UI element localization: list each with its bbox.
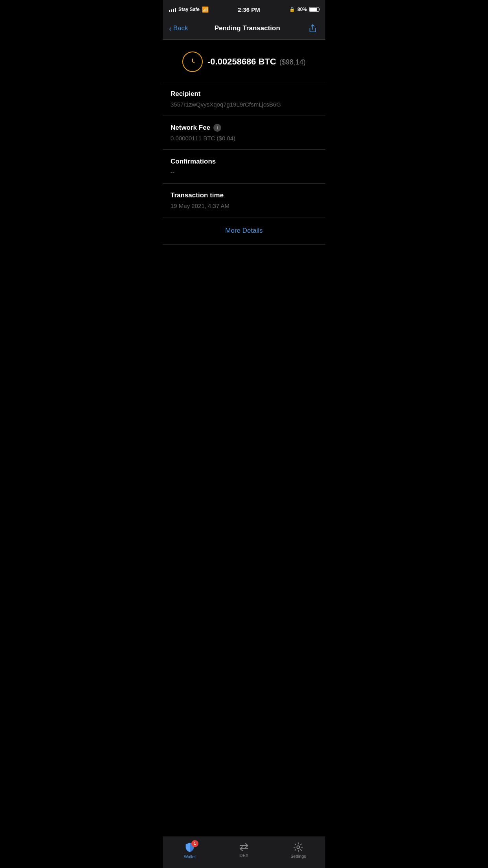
transaction-time-value: 19 May 2021, 4:37 AM [171, 202, 317, 209]
page-title: Pending Transaction [215, 24, 280, 32]
battery-icon [309, 7, 319, 12]
signal-bar-4 [175, 8, 176, 12]
signal-bar-2 [171, 9, 172, 12]
share-icon [308, 24, 317, 33]
signal-bar-1 [169, 10, 170, 12]
battery-container [309, 7, 319, 12]
transaction-amount: -0.00258686 BTC ($98.14) [207, 57, 306, 67]
amount-usd: ($98.14) [279, 58, 306, 66]
svg-line-3 [193, 62, 194, 63]
network-fee-label: Network Fee i [171, 124, 317, 132]
signal-bar-3 [173, 9, 174, 12]
confirmations-label: Confirmations [171, 158, 317, 166]
pending-clock-icon [182, 51, 203, 72]
more-details-link[interactable]: More Details [225, 227, 262, 234]
lock-icon: 🔒 [289, 7, 295, 12]
status-right: 🔒 80% [289, 7, 319, 12]
battery-percent: 80% [297, 7, 307, 12]
confirmations-value: -- [171, 169, 317, 175]
recipient-row: Recipient 3557r1zwQvysXqoq7g19L9rCfsmLjc… [163, 82, 325, 116]
back-label: Back [173, 24, 188, 32]
content: -0.00258686 BTC ($98.14) Recipient 3557r… [163, 40, 325, 276]
battery-fill [310, 8, 317, 11]
confirmations-row: Confirmations -- [163, 150, 325, 184]
recipient-address: 3557r1zwQvysXqoq7g19L9rCfsmLjcsB6G [171, 101, 317, 108]
nav-bar: ‹ Back Pending Transaction [163, 17, 325, 40]
transaction-header: -0.00258686 BTC ($98.14) [163, 40, 325, 82]
recipient-label: Recipient [171, 90, 317, 98]
clock-svg [187, 56, 198, 67]
transaction-time-label: Transaction time [171, 191, 317, 199]
back-chevron-icon: ‹ [169, 24, 172, 32]
wifi-icon: 📶 [202, 6, 209, 13]
transaction-time-row: Transaction time 19 May 2021, 4:37 AM [163, 184, 325, 217]
status-left: Stay Safe 📶 [169, 6, 209, 13]
status-bar: Stay Safe 📶 2:36 PM 🔒 80% [163, 0, 325, 17]
details-container: Recipient 3557r1zwQvysXqoq7g19L9rCfsmLjc… [163, 82, 325, 245]
info-icon[interactable]: i [213, 124, 221, 132]
amount-btc: -0.00258686 BTC [207, 57, 276, 67]
status-time: 2:36 PM [238, 6, 260, 13]
signal-bars [169, 7, 176, 12]
carrier-label: Stay Safe [178, 7, 200, 12]
network-fee-value: 0.00000111 BTC ($0.04) [171, 135, 317, 142]
share-button[interactable] [306, 22, 319, 35]
network-fee-row: Network Fee i 0.00000111 BTC ($0.04) [163, 116, 325, 150]
back-button[interactable]: ‹ Back [169, 24, 188, 32]
more-details-row: More Details [163, 217, 325, 245]
